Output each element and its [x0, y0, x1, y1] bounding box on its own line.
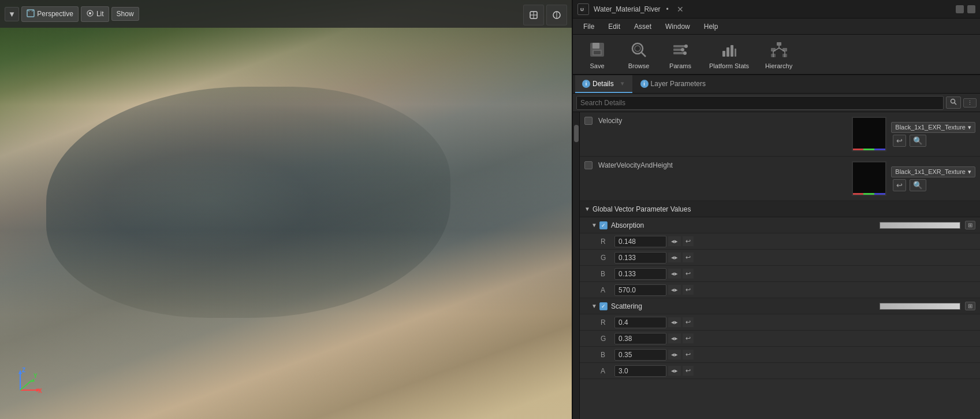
absorption-b-reset-btn[interactable]: ↩	[683, 269, 694, 279]
scattering-title: Scattering	[611, 302, 880, 310]
menu-help[interactable]: Help	[698, 21, 724, 32]
perspective-icon	[27, 9, 35, 19]
svg-point-32	[681, 48, 684, 51]
viewport-icon-btn-1[interactable]	[523, 5, 544, 25]
water-velocity-texture-back-btn[interactable]: ↩	[893, 179, 906, 191]
svg-rect-35	[726, 47, 729, 57]
water-velocity-checkbox[interactable]	[584, 161, 593, 169]
layer-params-tab-label: Layer Parameters	[651, 80, 706, 88]
water-velocity-texture-search-btn[interactable]: 🔍	[910, 179, 926, 191]
scattering-b-input[interactable]	[614, 349, 666, 361]
tab-close-btn[interactable]: ✕	[677, 5, 684, 14]
lit-label: Lit	[96, 10, 104, 18]
menu-window[interactable]: Window	[659, 21, 696, 32]
scattering-g-row: G ◂▸ ↩	[580, 331, 980, 347]
absorption-r-input[interactable]	[614, 236, 666, 247]
right-panel: U Water_Material_River • ✕ File Edit Ass…	[572, 0, 980, 419]
scattering-a-reset-btn[interactable]: ↩	[683, 366, 694, 376]
scattering-checkbox[interactable]: ✓	[599, 302, 608, 310]
scattering-g-input[interactable]	[614, 333, 666, 344]
viewport-icon-btn-2[interactable]	[546, 5, 567, 25]
search-btn[interactable]	[946, 97, 961, 109]
global-vector-section-header[interactable]: ▼ Global Vector Parameter Values	[580, 201, 980, 217]
absorption-g-input[interactable]	[614, 252, 666, 264]
perspective-btn[interactable]: Perspective	[21, 6, 79, 22]
water-velocity-texture-name: Black_1x1_EXR_Texture	[895, 168, 966, 175]
absorption-a-slider-btn[interactable]: ◂▸	[668, 285, 681, 295]
svg-rect-22	[593, 43, 599, 49]
hierarchy-label: Hierarchy	[765, 62, 792, 69]
svg-text:U: U	[580, 7, 584, 12]
absorption-b-slider-btn[interactable]: ◂▸	[668, 269, 681, 279]
scattering-r-slider-btn[interactable]: ◂▸	[668, 317, 681, 327]
absorption-b-input[interactable]	[614, 268, 666, 280]
lit-icon	[86, 9, 94, 19]
browse-icon	[628, 39, 649, 60]
absorption-g-row: G ◂▸ ↩	[580, 250, 980, 266]
search-input[interactable]	[580, 99, 940, 107]
scattering-r-input[interactable]	[614, 317, 666, 328]
velocity-texture-name: Black_1x1_EXR_Texture	[895, 124, 966, 131]
menu-asset[interactable]: Asset	[628, 21, 657, 32]
tab-details[interactable]: i Details ▼	[575, 75, 632, 93]
tab-layer-parameters[interactable]: i Layer Parameters	[634, 75, 713, 93]
show-btn[interactable]: Show	[111, 7, 139, 21]
scattering-g-reset-btn[interactable]: ↩	[683, 333, 694, 343]
velocity-block: Velocity Black_1x1_EXR_Texture ▾	[580, 112, 980, 157]
browse-label: Browse	[628, 62, 650, 69]
svg-rect-24	[594, 51, 601, 54]
water-velocity-texture-name-btn[interactable]: Black_1x1_EXR_Texture ▾	[891, 166, 975, 177]
absorption-r-slider-btn[interactable]: ◂▸	[668, 236, 681, 246]
details-tab-dropdown[interactable]: ▼	[620, 80, 625, 87]
scattering-r-row: R ◂▸ ↩	[580, 314, 980, 331]
scattering-b-reset-btn[interactable]: ↩	[683, 350, 694, 359]
scattering-b-slider-btn[interactable]: ◂▸	[668, 350, 681, 359]
absorption-color-bar	[880, 222, 960, 229]
absorption-r-reset-btn[interactable]: ↩	[683, 236, 694, 246]
scattering-a-slider-btn[interactable]: ◂▸	[668, 366, 681, 376]
svg-point-25	[632, 43, 643, 54]
scattering-g-slider-btn[interactable]: ◂▸	[668, 333, 681, 343]
absorption-b-label: B	[601, 270, 614, 278]
hierarchy-button[interactable]: Hierarchy	[761, 37, 797, 72]
water-velocity-texture-thumb	[852, 161, 886, 196]
viewport-toolbar: ▼ Perspective Lit Show	[0, 0, 572, 28]
velocity-checkbox[interactable]	[584, 117, 593, 125]
scattering-a-input[interactable]	[614, 365, 666, 377]
window-controls	[956, 5, 975, 13]
params-button[interactable]: Params	[663, 37, 698, 72]
absorption-color-btn[interactable]: ⊞	[965, 221, 975, 229]
lit-btn[interactable]: Lit	[81, 6, 109, 22]
absorption-a-row: A ◂▸ ↩	[580, 282, 980, 298]
absorption-g-slider-btn[interactable]: ◂▸	[668, 253, 681, 262]
browse-button[interactable]: Browse	[621, 37, 656, 72]
platform-stats-button[interactable]: Platform Stats	[705, 37, 754, 72]
scattering-subsection-header[interactable]: ▼ ✓ Scattering ⊞	[580, 298, 980, 314]
params-label: Params	[669, 62, 691, 69]
maximize-btn[interactable]	[967, 5, 975, 13]
water-velocity-texture-dropdown-icon: ▾	[968, 168, 971, 176]
svg-rect-34	[722, 51, 725, 57]
velocity-texture-name-btn[interactable]: Black_1x1_EXR_Texture ▾	[891, 122, 975, 133]
absorption-checkbox[interactable]: ✓	[599, 221, 608, 229]
menu-edit[interactable]: Edit	[602, 21, 626, 32]
scattering-color-btn[interactable]: ⊞	[965, 302, 975, 310]
absorption-a-reset-btn[interactable]: ↩	[683, 285, 694, 295]
absorption-g-reset-btn[interactable]: ↩	[683, 253, 694, 262]
velocity-texture-search-btn[interactable]: 🔍	[910, 135, 926, 147]
velocity-label: Velocity	[596, 117, 852, 125]
scroll-position	[574, 125, 579, 142]
platform-stats-icon	[719, 39, 740, 60]
minimize-btn[interactable]	[956, 5, 964, 13]
search-options-btn[interactable]: ⋮	[963, 98, 977, 107]
menu-file[interactable]: File	[577, 21, 600, 32]
panels-area: i Details ▼ i Layer Parameters ⋮	[573, 75, 980, 419]
absorption-subsection-header[interactable]: ▼ ✓ Absorption ⊞	[580, 217, 980, 233]
velocity-texture-back-btn[interactable]: ↩	[893, 135, 906, 147]
save-button[interactable]: Save	[580, 37, 614, 72]
absorption-a-input[interactable]	[614, 284, 666, 296]
viewport-dropdown-btn[interactable]: ▼	[5, 7, 19, 21]
scattering-r-reset-btn[interactable]: ↩	[683, 317, 694, 327]
absorption-g-label: G	[601, 254, 614, 262]
svg-text:Y: Y	[33, 373, 38, 379]
